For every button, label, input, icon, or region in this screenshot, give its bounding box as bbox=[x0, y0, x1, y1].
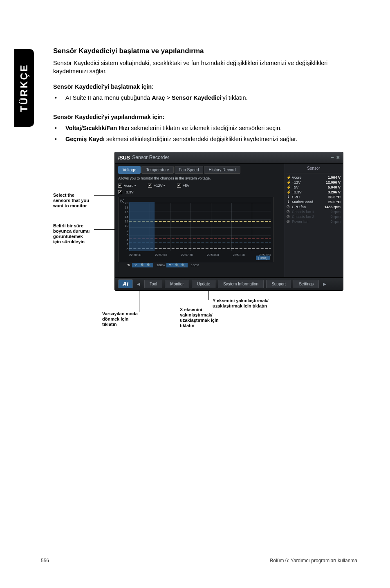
sensor-value: 1.064 V bbox=[328, 175, 341, 180]
checkbox-3v3[interactable]: +3.3V bbox=[118, 190, 134, 194]
callout-line bbox=[208, 300, 213, 300]
y-tick: 6 bbox=[121, 233, 128, 237]
tab-temperature[interactable]: Temperature bbox=[141, 166, 173, 174]
y-tick: 0 bbox=[121, 247, 128, 251]
text-run: sekmelerini tıklatın ve izlemek istediği… bbox=[131, 125, 282, 131]
zoom-in-icon[interactable]: 🔍 bbox=[181, 263, 185, 267]
x-tick: 22:58:18 bbox=[233, 253, 244, 257]
fan-icon: ✇ bbox=[287, 205, 291, 209]
x-tick: 22:57:48 bbox=[155, 253, 167, 257]
y-tick: 4 bbox=[121, 238, 128, 242]
bolt-icon: ⚡ bbox=[287, 180, 291, 184]
bullet-dot: • bbox=[53, 135, 65, 144]
sensor-reading-row: ✇Power fan0 rpm bbox=[287, 219, 341, 224]
sensor-value: 36.0 °C bbox=[328, 195, 341, 199]
checkbox-vcore[interactable]: Vcore • bbox=[118, 184, 136, 188]
brand-logo: /SUS bbox=[118, 155, 130, 161]
sensor-label: Power fan bbox=[292, 220, 330, 224]
start-heading: Sensör Kaydedici'yi başlatmak için: bbox=[53, 83, 356, 90]
zoom-y-value: 100% bbox=[191, 263, 199, 267]
sensor-label: CPU fan bbox=[292, 205, 324, 209]
tab-voltage[interactable]: Voltage bbox=[118, 166, 141, 174]
fan-icon: ✇ bbox=[287, 220, 291, 224]
callout-select-sensors: Select the sensors that you want to moni… bbox=[53, 193, 89, 209]
sensor-checkbox-row: +3.3V bbox=[118, 190, 280, 194]
ai-logo-button[interactable]: AI bbox=[118, 279, 133, 288]
sensor-reading-row: ⚡+12V12.096 V bbox=[287, 180, 341, 185]
checkbox-label: +3.3V bbox=[124, 190, 134, 194]
minimize-button[interactable]: – bbox=[331, 154, 334, 161]
intro-paragraph: Sensör Kaydedici sistem voltajındaki, sı… bbox=[53, 59, 356, 75]
thermo-icon: 🌡 bbox=[287, 200, 291, 204]
sensor-value: 1485 rpm bbox=[324, 205, 341, 209]
tabs-row: Voltage Temperature Fan Speed History Re… bbox=[118, 166, 280, 174]
sensor-panel-header: Sensor bbox=[287, 165, 341, 173]
bolt-icon: ⚡ bbox=[287, 190, 291, 194]
text-run: > bbox=[165, 94, 172, 101]
bottom-update-button[interactable]: Update bbox=[192, 280, 215, 288]
bottom-sysinfo-button[interactable]: System Information bbox=[218, 280, 264, 288]
sensor-label: CPU bbox=[292, 195, 328, 199]
bullet-text: AI Suite II ana menü çubuğunda Araç > Se… bbox=[65, 94, 356, 102]
chart-time-badge: [Time] bbox=[256, 256, 270, 260]
bottom-monitor-button[interactable]: Monitor bbox=[165, 280, 189, 288]
bottom-tool-button[interactable]: Tool bbox=[144, 280, 162, 288]
sensor-reading-row: ⚡+3.3V3.296 V bbox=[287, 190, 341, 195]
brand-text: /SUS bbox=[118, 155, 130, 161]
nav-left-icon[interactable]: ◀ bbox=[135, 282, 142, 286]
checkbox-label: +12V • bbox=[154, 184, 165, 188]
sensor-label: +5V bbox=[292, 185, 328, 189]
sensor-label: +12V bbox=[292, 180, 326, 184]
chart-y-ticks: 20 18 16 14 12 10 8 6 4 2 0 bbox=[121, 201, 128, 251]
zoom-in-icon[interactable]: 🔍 bbox=[147, 263, 151, 267]
nav-right-icon[interactable]: ▶ bbox=[321, 282, 328, 286]
bullet-dot: • bbox=[53, 94, 65, 102]
window-body: Voltage Temperature Fan Speed History Re… bbox=[115, 164, 343, 277]
y-tick: 20 bbox=[121, 201, 128, 205]
bullet-dot: • bbox=[53, 124, 65, 132]
tab-fan-speed[interactable]: Fan Speed bbox=[175, 166, 204, 174]
text-run: sekmesi etkinleştirdiğiniz sensörlerdeki… bbox=[106, 136, 297, 142]
checkbox-box-icon bbox=[148, 184, 152, 188]
sensor-reading-row: ⚡+5V5.040 V bbox=[287, 185, 341, 190]
text-bold: Araç bbox=[152, 94, 165, 101]
y-tick: 18 bbox=[121, 206, 128, 209]
callout-line bbox=[176, 309, 181, 309]
sensor-reading-row: ⚡Vcore1.064 V bbox=[287, 175, 341, 180]
chart-x-ticks: 22:58:38 22:57:48 22:57:58 22:58:08 22:5… bbox=[129, 253, 271, 257]
config-heading: Sensör Kaydedici'yi yapılandırmak için: bbox=[53, 114, 356, 120]
bullet-row: • AI Suite II ana menü çubuğunda Araç > … bbox=[53, 94, 356, 102]
zoom-reset-icon[interactable]: ⟲ bbox=[127, 263, 130, 267]
close-button[interactable]: × bbox=[336, 154, 340, 161]
sensor-value: 29.0 °C bbox=[328, 200, 341, 204]
zoom-controls: ⟲ X : 🔍 🔍 100% Y : 🔍 🔍 100% bbox=[127, 263, 280, 267]
bottom-support-button[interactable]: Support bbox=[266, 280, 291, 288]
checkbox-label: +5V bbox=[183, 184, 189, 188]
window-titlebar: /SUS Sensor Recorder – × bbox=[115, 152, 343, 164]
tab-history-record[interactable]: History Record bbox=[204, 166, 240, 174]
sensor-recorder-window: /SUS Sensor Recorder – × Voltage Tempera… bbox=[114, 152, 343, 291]
sensor-checkbox-row: Vcore • +12V • +5V bbox=[118, 184, 280, 188]
text-bold: Sensör Kaydedici bbox=[172, 94, 222, 101]
chart-grid bbox=[129, 203, 271, 251]
voltage-chart[interactable]: (v) 20 18 16 14 12 10 8 6 4 2 0 bbox=[118, 197, 273, 262]
checkbox-5v[interactable]: +5V bbox=[177, 184, 189, 188]
zoom-x-control[interactable]: X : 🔍 🔍 bbox=[132, 263, 153, 267]
y-tick: 10 bbox=[121, 224, 128, 228]
language-label: TÜRKÇE bbox=[18, 64, 30, 112]
left-pane: Voltage Temperature Fan Speed History Re… bbox=[115, 164, 284, 277]
zoom-out-icon[interactable]: 🔍 bbox=[175, 263, 179, 267]
window-title: Sensor Recorder bbox=[132, 155, 169, 160]
sensor-value: 0 rpm bbox=[330, 215, 341, 219]
y-tick: 2 bbox=[121, 242, 128, 246]
sensor-value: 3.296 V bbox=[328, 190, 341, 194]
zoom-out-icon[interactable]: 🔍 bbox=[141, 263, 145, 267]
bottom-settings-button[interactable]: Settings bbox=[294, 280, 319, 288]
checkbox-box-icon bbox=[118, 190, 122, 194]
thermo-icon: 🌡 bbox=[287, 195, 291, 199]
bullet-row: • Voltaj/Sıcaklık/Fan Hızı sekmelerini t… bbox=[53, 124, 356, 132]
x-tick: 22:57:58 bbox=[181, 253, 193, 257]
zoom-y-control[interactable]: Y : 🔍 🔍 bbox=[166, 263, 188, 267]
checkbox-12v[interactable]: +12V • bbox=[148, 184, 165, 188]
sensor-value: 5.040 V bbox=[328, 185, 341, 189]
